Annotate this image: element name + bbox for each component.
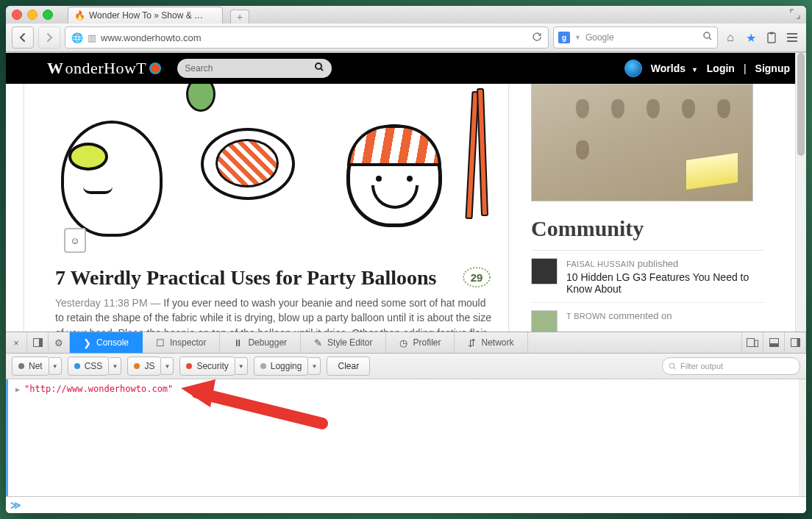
browser-toolbar: 🌐 ▥ www.wonderhowto.com g ▼ Google ⌂ ★ bbox=[6, 24, 806, 52]
svg-point-13 bbox=[669, 363, 674, 368]
back-button[interactable] bbox=[12, 26, 34, 49]
settings-gear-icon[interactable]: ⚙ bbox=[49, 332, 70, 353]
filter-js[interactable]: JS bbox=[127, 357, 161, 376]
page-body: ☺ 29 7 Weirdly Practical Uses for Party … bbox=[6, 84, 806, 332]
content-frame: WonderHowT Search Worlds ▼ bbox=[6, 52, 806, 513]
svg-rect-7 bbox=[747, 339, 755, 347]
tab-debugger[interactable]: ⏸ Debugger bbox=[220, 332, 301, 353]
feed-action: commented on bbox=[608, 310, 672, 321]
filter-security[interactable]: Security bbox=[179, 357, 235, 376]
feed-user: FAISAL HUSSAIN bbox=[566, 260, 635, 268]
site-logo[interactable]: WonderHowT bbox=[47, 59, 161, 78]
console-log-line[interactable]: ▶ "http://www.wonderhowto.com" bbox=[15, 384, 799, 394]
video-thumbnail[interactable] bbox=[531, 84, 753, 201]
close-devtools-button[interactable]: × bbox=[6, 332, 27, 353]
filter-net-dropdown[interactable]: ▼ bbox=[49, 357, 62, 375]
avatar bbox=[531, 310, 558, 332]
site-search-placeholder: Search bbox=[185, 63, 213, 74]
page: WonderHowT Search Worlds ▼ bbox=[6, 53, 806, 513]
person-doodle bbox=[39, 106, 179, 253]
close-window-button[interactable] bbox=[12, 10, 22, 20]
search-bar[interactable]: g ▼ Google bbox=[553, 26, 718, 49]
filter-output-input[interactable]: Filter output bbox=[662, 357, 800, 375]
home-icon[interactable]: ⌂ bbox=[722, 29, 738, 46]
menu-icon[interactable] bbox=[784, 29, 800, 46]
url-bar[interactable]: 🌐 ▥ www.wonderhowto.com bbox=[65, 26, 549, 49]
clipboard-icon[interactable] bbox=[763, 29, 780, 46]
tab-profiler[interactable]: ◷ Profiler bbox=[386, 332, 455, 353]
filter-logging[interactable]: Logging bbox=[254, 357, 309, 376]
plate-doodle bbox=[201, 128, 304, 201]
site-search-input[interactable]: Search bbox=[177, 59, 332, 78]
chevron-down-icon: ▼ bbox=[574, 34, 581, 41]
expand-arrow-icon[interactable]: ▶ bbox=[15, 385, 20, 393]
window-titlebar: 🔥 Wonder How To » Show & … + bbox=[6, 6, 806, 24]
community-heading: Community bbox=[531, 216, 765, 241]
new-tab-button[interactable]: + bbox=[230, 10, 249, 24]
filter-js-dropdown[interactable]: ▼ bbox=[161, 357, 174, 375]
browser-tab[interactable]: 🔥 Wonder How To » Show & … bbox=[68, 7, 223, 24]
tab-inspector[interactable]: ☐ Inspector bbox=[143, 332, 220, 353]
article-timestamp: Yesterday 11:38 PM bbox=[55, 297, 148, 309]
balloon-smile-doodle bbox=[346, 124, 435, 235]
tab-network[interactable]: ⇵ Network bbox=[455, 332, 527, 353]
article-title[interactable]: 7 Weirdly Practical Uses for Party Ballo… bbox=[55, 266, 494, 290]
traffic-lights bbox=[12, 10, 53, 20]
globe-icon: 🌐 bbox=[71, 32, 83, 43]
login-link[interactable]: Login bbox=[707, 62, 735, 74]
flame-icon: 🔥 bbox=[74, 10, 85, 21]
svg-point-3 bbox=[316, 63, 321, 69]
clock-icon: ◷ bbox=[399, 337, 407, 348]
feed-item[interactable]: FAISAL HUSSAIN published 10 Hidden LG G3… bbox=[531, 251, 765, 303]
url-text: www.wonderhowto.com bbox=[101, 32, 202, 43]
responsive-mode-icon[interactable] bbox=[742, 332, 763, 353]
reload-icon[interactable] bbox=[532, 32, 542, 44]
filter-security-dropdown[interactable]: ▼ bbox=[235, 357, 248, 375]
clear-button[interactable]: Clear bbox=[327, 357, 370, 376]
dock-side-button[interactable] bbox=[27, 332, 49, 353]
article-card[interactable]: ☺ 29 7 Weirdly Practical Uses for Party … bbox=[24, 84, 509, 332]
console-scrollbar[interactable] bbox=[799, 379, 806, 496]
balloon-icon bbox=[186, 84, 216, 112]
worlds-menu[interactable]: Worlds ▼ bbox=[651, 62, 698, 74]
filter-css-dropdown[interactable]: ▼ bbox=[109, 357, 121, 375]
bookmark-star-icon[interactable]: ★ bbox=[743, 29, 759, 46]
site-header: WonderHowT Search Worlds ▼ bbox=[6, 53, 806, 84]
fullscreen-icon[interactable] bbox=[790, 9, 800, 21]
feed-title[interactable]: 10 Hidden LG G3 Features You Need to Kno… bbox=[566, 271, 765, 295]
console-icon: ❯ bbox=[83, 337, 91, 348]
article-image: ☺ bbox=[24, 84, 508, 259]
minimize-window-button[interactable] bbox=[27, 10, 38, 20]
console-filter-bar: Net ▼ CSS ▼ JS ▼ Security ▼ Logging ▼ Cl… bbox=[6, 354, 806, 379]
search-icon bbox=[315, 62, 324, 74]
filter-logging-dropdown[interactable]: ▼ bbox=[308, 357, 321, 375]
chevron-down-icon: ▼ bbox=[691, 66, 698, 74]
forward-button[interactable] bbox=[38, 26, 60, 49]
frame-select-icon[interactable] bbox=[785, 332, 806, 353]
inspector-icon: ☐ bbox=[156, 337, 165, 348]
filter-net[interactable]: Net bbox=[12, 357, 49, 376]
avatar bbox=[531, 258, 558, 284]
prompt-icon: ≫ bbox=[10, 499, 21, 511]
search-icon[interactable] bbox=[703, 32, 713, 43]
tab-title: Wonder How To » Show & … bbox=[89, 10, 203, 21]
search-placeholder: Google bbox=[585, 32, 614, 43]
zoom-window-button[interactable] bbox=[43, 10, 53, 20]
filter-css[interactable]: CSS bbox=[68, 357, 110, 376]
feed-item[interactable]: T BROWN commented on bbox=[531, 303, 765, 332]
signup-link[interactable]: Signup bbox=[755, 62, 790, 74]
comment-count-badge[interactable]: 29 bbox=[460, 265, 494, 290]
author-badge-icon: ☺ bbox=[64, 228, 86, 253]
scroll-thumb[interactable] bbox=[797, 53, 805, 156]
scratchpad-icon[interactable] bbox=[763, 332, 785, 353]
site-header-right: Worlds ▼ Login | Signup bbox=[624, 60, 790, 77]
utensils-doodle bbox=[464, 84, 494, 231]
debugger-icon: ⏸ bbox=[233, 337, 243, 348]
devtools-toolbar: × ⚙ ❯ Console ☐ Inspector bbox=[6, 332, 806, 354]
console-output[interactable]: ▶ "http://www.wonderhowto.com" bbox=[6, 379, 806, 496]
devtools-panel: × ⚙ ❯ Console ☐ Inspector bbox=[6, 332, 806, 513]
tab-console[interactable]: ❯ Console bbox=[70, 332, 143, 353]
console-input[interactable]: ≫ bbox=[6, 496, 806, 513]
tab-style-editor[interactable]: ✎ Style Editor bbox=[301, 332, 386, 353]
log-text: "http://www.wonderhowto.com" bbox=[24, 384, 173, 394]
